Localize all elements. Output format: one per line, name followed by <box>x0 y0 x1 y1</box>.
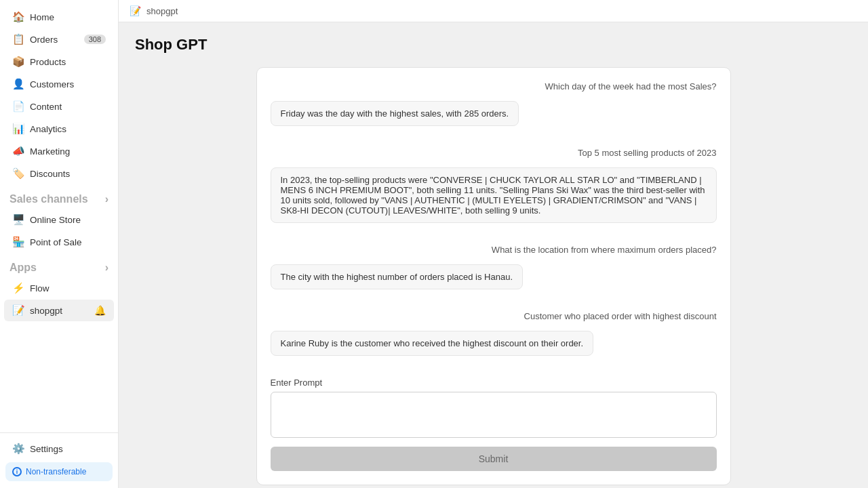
prompt-section: Enter Prompt Submit <box>271 378 717 471</box>
marketing-icon: 📣 <box>12 145 24 157</box>
user-message-3: What is the location from where maximum … <box>271 245 717 260</box>
sidebar-item-home[interactable]: 🏠 Home <box>4 6 114 28</box>
user-text-2: Top 5 most selling products of 2023 <box>578 148 717 158</box>
assistant-message-3: The city with the highest number of orde… <box>271 264 717 300</box>
shopgpt-notification-icon: 🔔 <box>94 305 106 316</box>
products-icon: 📦 <box>12 56 24 68</box>
apps-section: Apps › <box>0 253 118 277</box>
assistant-message-4: Karine Ruby is the customer who received… <box>271 331 717 367</box>
discounts-icon: 🏷️ <box>12 167 24 180</box>
user-text-1: Which day of the week had the most Sales… <box>545 81 717 92</box>
orders-icon: 📋 <box>12 33 24 45</box>
online-store-icon: 🖥️ <box>12 214 24 226</box>
sidebar-label-home: Home <box>30 12 54 22</box>
main-content: 📝 shopgpt Shop GPT Which day of the week… <box>119 0 868 488</box>
user-message-2: Top 5 most selling products of 2023 <box>271 148 717 163</box>
sidebar-label-discounts: Discounts <box>30 169 70 179</box>
sidebar-item-flow[interactable]: ⚡ Flow <box>4 277 114 299</box>
assistant-message-1: Friday was the day with the highest sale… <box>271 101 717 137</box>
non-transferable-icon: i <box>12 467 22 476</box>
content-area: Shop GPT Which day of the week had the m… <box>119 22 868 488</box>
non-transferable-label: Non-transferable <box>26 467 86 476</box>
assistant-bubble-2: In 2023, the top-selling products were "… <box>271 167 717 223</box>
sidebar-label-customers: Customers <box>30 79 74 89</box>
topbar: 📝 shopgpt <box>119 0 868 22</box>
apps-label: Apps <box>9 262 37 274</box>
sidebar-label-orders: Orders <box>30 35 58 45</box>
sidebar-label-point-of-sale: Point of Sale <box>30 237 82 247</box>
submit-button[interactable]: Submit <box>271 447 717 471</box>
topbar-icon: 📝 <box>130 5 141 16</box>
prompt-input[interactable] <box>271 392 717 438</box>
sidebar-label-products: Products <box>30 57 66 67</box>
home-icon: 🏠 <box>12 11 24 23</box>
page-title: Shop GPT <box>135 36 852 54</box>
orders-badge: 308 <box>84 35 106 44</box>
assistant-message-2: In 2023, the top-selling products were "… <box>271 167 717 234</box>
user-text-3: What is the location from where maximum … <box>492 245 717 255</box>
sidebar-label-marketing: Marketing <box>30 146 70 157</box>
topbar-title: shopgpt <box>146 6 178 16</box>
shopgpt-nav-icon: 📝 <box>12 304 24 317</box>
apps-expand[interactable]: › <box>105 262 108 274</box>
customers-icon: 👤 <box>12 78 24 90</box>
sidebar-item-discounts[interactable]: 🏷️ Discounts <box>4 163 114 184</box>
sales-channels-section: Sales channels › <box>0 185 118 208</box>
point-of-sale-icon: 🏪 <box>12 236 24 248</box>
sales-channels-expand[interactable]: › <box>105 193 108 205</box>
settings-icon: ⚙️ <box>12 443 24 455</box>
content-icon: 📄 <box>12 100 24 113</box>
sidebar-label-content: Content <box>30 102 62 112</box>
assistant-bubble-3: The city with the highest number of orde… <box>271 264 524 289</box>
user-message-4: Customer who placed order with highest d… <box>271 311 717 327</box>
sidebar: 🏠 Home 📋 Orders 308 📦 Products 👤 Custome… <box>0 0 119 488</box>
sidebar-item-online-store[interactable]: 🖥️ Online Store <box>4 209 114 230</box>
assistant-bubble-1: Friday was the day with the highest sale… <box>271 101 519 126</box>
non-transferable-banner[interactable]: i Non-transferable <box>5 462 113 481</box>
chat-container: Which day of the week had the most Sales… <box>256 67 731 485</box>
assistant-bubble-4: Karine Ruby is the customer who received… <box>271 331 594 356</box>
sidebar-item-content[interactable]: 📄 Content <box>4 96 114 117</box>
sidebar-item-marketing[interactable]: 📣 Marketing <box>4 140 114 162</box>
analytics-icon: 📊 <box>12 123 24 135</box>
sidebar-item-settings[interactable]: ⚙️ Settings <box>4 438 114 460</box>
sidebar-label-online-store: Online Store <box>30 215 81 225</box>
sidebar-label-analytics: Analytics <box>30 124 66 134</box>
sidebar-item-orders[interactable]: 📋 Orders 308 <box>4 28 114 50</box>
sidebar-item-customers[interactable]: 👤 Customers <box>4 73 114 95</box>
sales-channels-label: Sales channels <box>9 193 88 205</box>
user-message-1: Which day of the week had the most Sales… <box>271 81 717 97</box>
sidebar-label-settings: Settings <box>30 444 63 454</box>
sidebar-item-point-of-sale[interactable]: 🏪 Point of Sale <box>4 231 114 253</box>
sidebar-label-shopgpt: shopgpt <box>30 306 62 316</box>
flow-icon: ⚡ <box>12 282 24 294</box>
prompt-label: Enter Prompt <box>271 378 717 388</box>
sidebar-item-shopgpt[interactable]: 📝 shopgpt 🔔 <box>4 300 114 321</box>
sidebar-label-flow: Flow <box>30 283 50 293</box>
sidebar-item-analytics[interactable]: 📊 Analytics <box>4 118 114 140</box>
user-text-4: Customer who placed order with highest d… <box>524 311 717 321</box>
sidebar-item-products[interactable]: 📦 Products <box>4 51 114 73</box>
